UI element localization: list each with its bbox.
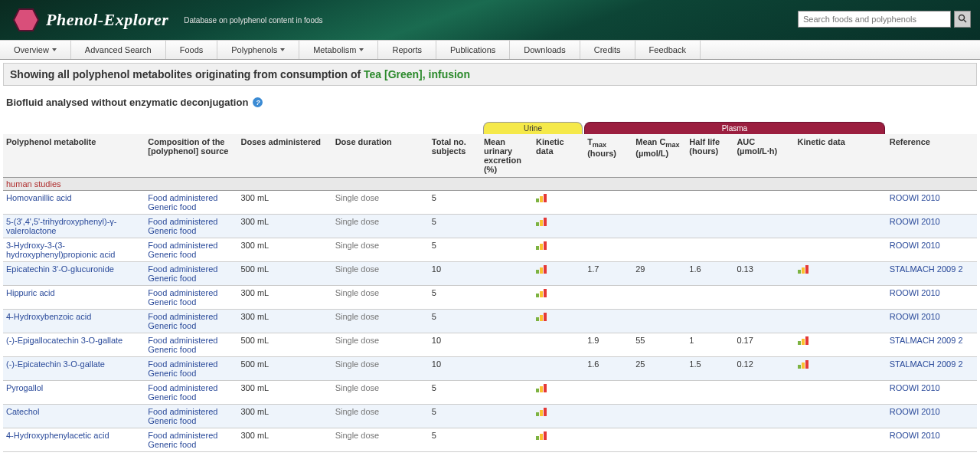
composition-link[interactable]: Food administered Generic food xyxy=(148,383,217,402)
composition-link[interactable]: Food administered Generic food xyxy=(148,264,217,283)
cell-dose: 300 mL xyxy=(237,310,332,333)
cell-cmax xyxy=(632,405,686,428)
menu-downloads[interactable]: Downloads xyxy=(510,41,580,59)
chart-icon[interactable] xyxy=(536,383,547,392)
col-tmax[interactable]: Tmax (hours) xyxy=(584,134,632,178)
chart-icon[interactable] xyxy=(536,431,547,440)
metabolite-link[interactable]: Hippuric acid xyxy=(6,288,55,297)
reference-link[interactable]: ROOWI 2010 xyxy=(890,431,940,440)
col-auc[interactable]: AUC (µmol/L·h) xyxy=(733,134,794,178)
chart-icon[interactable] xyxy=(536,264,547,274)
chart-icon[interactable] xyxy=(536,217,547,226)
reference-link[interactable]: STALMACH 2009 2 xyxy=(890,359,963,369)
chart-icon[interactable] xyxy=(798,264,808,274)
metabolite-link[interactable]: (-)-Epigallocatechin 3-O-gallate xyxy=(6,336,122,345)
col-kinetic-plasma[interactable]: Kinetic data xyxy=(795,134,887,178)
cell-dose: 500 mL xyxy=(237,262,332,286)
reference-link[interactable]: STALMACH 2009 2 xyxy=(890,336,963,345)
chart-icon[interactable] xyxy=(536,241,547,250)
col-metabolite[interactable]: Polyphenol metabolite xyxy=(3,134,145,178)
col-composition[interactable]: Composition of the [polyphenol] source xyxy=(145,134,237,178)
composition-link[interactable]: Food administered Generic food xyxy=(148,288,217,307)
composition-link[interactable]: Food administered Generic food xyxy=(148,359,217,378)
metabolite-link[interactable]: 4-Hydroxybenzoic acid xyxy=(6,312,91,321)
col-subjects[interactable]: Total no. subjects xyxy=(429,134,481,178)
col-half[interactable]: Half life (hours) xyxy=(686,134,733,178)
metabolite-link[interactable]: (-)-Epicatechin 3-O-gallate xyxy=(6,359,105,369)
cell-kinetic-plasma xyxy=(795,238,887,262)
chart-icon[interactable] xyxy=(798,359,808,369)
reference-link[interactable]: ROOWI 2010 xyxy=(890,383,940,392)
menu-advanced-search[interactable]: Advanced Search xyxy=(71,41,166,59)
table-row: Hippuric acidFood administered Generic f… xyxy=(3,286,977,310)
header-row: Polyphenol metabolite Composition of the… xyxy=(3,134,977,178)
search-button[interactable] xyxy=(954,11,971,28)
composition-link[interactable]: Food administered Generic food xyxy=(148,193,217,212)
chart-icon[interactable] xyxy=(536,312,547,321)
help-icon[interactable]: ? xyxy=(253,97,263,107)
metabolite-link[interactable]: 4-Hydroxyphenylacetic acid xyxy=(6,431,109,440)
food-link[interactable]: Tea [Green], infusion xyxy=(364,68,470,80)
cell-urinary xyxy=(481,215,533,238)
cell-tmax xyxy=(584,381,632,405)
cell-dose: 300 mL xyxy=(237,215,332,238)
cell-duration: Single dose xyxy=(332,357,429,381)
composition-link[interactable]: Food administered Generic food xyxy=(148,217,217,235)
logo[interactable]: Phenol-Explorer xyxy=(12,8,168,32)
reference-link[interactable]: ROOWI 2010 xyxy=(890,407,940,416)
composition-link[interactable]: Food administered Generic food xyxy=(148,336,217,354)
reference-link[interactable]: ROOWI 2010 xyxy=(890,217,940,226)
reference-link[interactable]: ROOWI 2010 xyxy=(890,241,940,250)
cell-urinary xyxy=(481,286,533,310)
composition-link[interactable]: Food administered Generic food xyxy=(148,431,217,449)
hexagon-icon xyxy=(12,8,40,32)
cell-auc xyxy=(733,238,794,262)
col-doses[interactable]: Doses administered xyxy=(237,134,332,178)
metabolite-link[interactable]: Epicatechin 3'-O-glucuronide xyxy=(6,264,114,274)
reference-link[interactable]: ROOWI 2010 xyxy=(890,288,940,297)
cell-cmax: 25 xyxy=(632,357,686,381)
cell-subjects: 5 xyxy=(429,191,481,215)
metabolite-link[interactable]: Catechol xyxy=(6,407,39,416)
chart-icon[interactable] xyxy=(536,193,547,202)
col-cmax[interactable]: Mean Cmax (µmol/L) xyxy=(632,134,686,178)
chart-icon[interactable] xyxy=(798,336,808,345)
menu-overview[interactable]: Overview xyxy=(0,41,71,59)
cell-half xyxy=(686,428,733,452)
menu-feedback[interactable]: Feedback xyxy=(635,41,701,59)
cell-kinetic-urine xyxy=(533,310,584,333)
cell-half xyxy=(686,286,733,310)
reference-link[interactable]: STALMACH 2009 2 xyxy=(890,264,963,274)
col-urinary[interactable]: Mean urinary excretion (%) xyxy=(481,134,533,178)
chart-icon[interactable] xyxy=(536,407,547,416)
composition-link[interactable]: Food administered Generic food xyxy=(148,312,217,330)
chart-icon[interactable] xyxy=(536,288,547,297)
table-row: CatecholFood administered Generic food30… xyxy=(3,405,977,428)
reference-link[interactable]: ROOWI 2010 xyxy=(890,312,940,321)
menu-reports[interactable]: Reports xyxy=(378,41,436,59)
menu-metabolism[interactable]: Metabolism xyxy=(299,41,378,59)
table-row: PyrogallolFood administered Generic food… xyxy=(3,381,977,405)
menu-polyphenols[interactable]: Polyphenols xyxy=(217,41,299,59)
cell-urinary xyxy=(481,357,533,381)
cell-duration: Single dose xyxy=(332,191,429,215)
composition-link[interactable]: Food administered Generic food xyxy=(148,241,217,259)
metabolite-link[interactable]: 5-(3',4',5'-trihydroxyphenyl)-γ-valerola… xyxy=(6,217,116,235)
col-kinetic-urine[interactable]: Kinetic data xyxy=(533,134,584,178)
metabolite-link[interactable]: Pyrogallol xyxy=(6,383,43,392)
cell-auc xyxy=(733,405,794,428)
page-title: Showing all polyphenol metabolites origi… xyxy=(3,63,977,86)
metabolite-link[interactable]: Homovanillic acid xyxy=(6,193,72,202)
reference-link[interactable]: ROOWI 2010 xyxy=(890,193,940,202)
cell-duration: Single dose xyxy=(332,238,429,262)
menu-credits[interactable]: Credits xyxy=(580,41,635,59)
col-duration[interactable]: Dose duration xyxy=(332,134,429,178)
col-reference[interactable]: Reference xyxy=(887,134,977,178)
cell-urinary xyxy=(481,428,533,452)
search-input[interactable] xyxy=(798,11,951,28)
metabolite-link[interactable]: 3-Hydroxy-3-(3-hydroxyphenyl)propionic a… xyxy=(6,241,115,259)
cell-kinetic-plasma xyxy=(795,333,887,357)
composition-link[interactable]: Food administered Generic food xyxy=(148,407,217,425)
menu-publications[interactable]: Publications xyxy=(436,41,510,59)
menu-foods[interactable]: Foods xyxy=(166,41,218,59)
